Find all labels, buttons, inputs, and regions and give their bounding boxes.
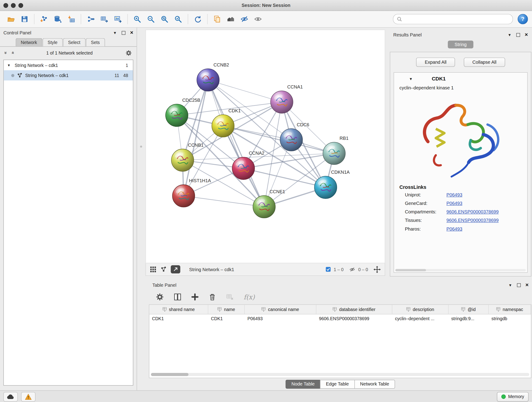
database-icon xyxy=(54,14,62,24)
birds-eye-view-button[interactable] xyxy=(171,265,180,274)
duplicate-pages-button[interactable] xyxy=(211,13,223,26)
node-label: HIST1H1A xyxy=(189,178,211,183)
network-node[interactable]: CCNB2 xyxy=(197,62,229,91)
column-header[interactable]: database identifier xyxy=(316,305,392,314)
network-overview-icon[interactable] xyxy=(161,266,167,273)
tab-node-table[interactable]: Node Table xyxy=(286,380,321,389)
network-collection-row[interactable]: ▼ String Network – cdk1 1 xyxy=(4,60,133,70)
tab-sets[interactable]: Sets xyxy=(86,38,105,46)
open-session-button[interactable] xyxy=(5,13,17,26)
show-columns-icon[interactable] xyxy=(173,293,182,301)
network-graph[interactable]: CCNB2CCNA1CDC25BCDK1CDC6RB1CCNB1CCNA2CDK… xyxy=(146,30,385,263)
collapse-all-button[interactable]: Collapse All xyxy=(464,57,505,67)
column-header[interactable]: @id xyxy=(449,305,489,314)
network-row[interactable]: String Network – cdk1 11 48 xyxy=(4,70,133,80)
zoom-fit-button[interactable] xyxy=(158,13,171,26)
export-image-button[interactable] xyxy=(112,13,124,26)
function-builder-button[interactable]: f(x) xyxy=(244,293,255,301)
column-header[interactable]: canonical name xyxy=(245,305,316,314)
zoom-out-button[interactable] xyxy=(145,13,157,26)
network-node[interactable]: CCNA1 xyxy=(271,84,303,113)
gene-card-header[interactable]: ▼ CDK1 xyxy=(394,73,527,84)
crosslink-row: Tissues: 9606.ENSP00000378699 xyxy=(394,216,527,225)
crosslink-row: GeneCard: P06493 xyxy=(394,199,527,208)
tree-caret-icon[interactable]: ▼ xyxy=(7,63,12,67)
column-header[interactable]: shared name xyxy=(149,305,208,314)
zoom-selected-button[interactable] xyxy=(172,13,184,26)
save-session-button[interactable] xyxy=(18,13,31,26)
delete-column-trash-icon[interactable] xyxy=(208,293,216,301)
graphics-details-button[interactable] xyxy=(238,13,251,26)
tab-network[interactable]: Network xyxy=(16,38,42,46)
float-panel-icon[interactable]: ▼ xyxy=(508,33,511,37)
table-horizontal-scrollbar[interactable] xyxy=(151,373,529,376)
export-table-button[interactable] xyxy=(98,13,110,26)
import-network-file-button[interactable] xyxy=(38,13,50,26)
column-header[interactable]: namespac xyxy=(489,305,531,314)
show-hide-button[interactable] xyxy=(252,13,264,26)
memory-status-dot xyxy=(501,395,506,399)
network-node[interactable]: RB1 xyxy=(323,136,348,165)
float-panel-icon[interactable]: ▼ xyxy=(508,283,512,287)
close-panel-icon[interactable]: × xyxy=(525,282,529,288)
node-label: CDC6 xyxy=(297,122,309,127)
toolbar-separator xyxy=(188,14,188,24)
splitter-handle[interactable] xyxy=(140,146,142,148)
tab-select[interactable]: Select xyxy=(63,38,85,46)
close-panel-icon[interactable]: × xyxy=(525,32,528,38)
float-panel-icon[interactable]: ▼ xyxy=(113,31,117,35)
network-node[interactable]: CDKN1A xyxy=(314,170,350,198)
results-panel: Results Panel ▼ × String Expand All xyxy=(390,30,531,276)
refresh-layout-button[interactable] xyxy=(191,13,204,26)
scrollbar-thumb[interactable] xyxy=(395,269,426,271)
results-scrollbar[interactable] xyxy=(395,269,526,271)
warnings-button[interactable] xyxy=(21,392,35,402)
gear-icon[interactable] xyxy=(125,50,132,56)
crosslink-link[interactable]: P06493 xyxy=(447,192,462,197)
network-canvas[interactable]: CCNB2CCNA1CDC25BCDK1CDC6RB1CCNB1CCNA2CDK… xyxy=(146,30,385,263)
tab-edge-table[interactable]: Edge Table xyxy=(320,380,355,389)
table-row[interactable]: CDK1 CDK1 P06493 9606.ENSP00000378699 cy… xyxy=(149,314,531,323)
crosslink-link[interactable]: P06493 xyxy=(447,226,462,231)
import-table-button[interactable] xyxy=(65,13,77,26)
table-settings-gear-icon[interactable] xyxy=(156,293,164,301)
network-selection-summary: 1 of 1 Network selected xyxy=(17,50,122,55)
help-button[interactable]: ? xyxy=(518,14,528,24)
grid-view-icon[interactable] xyxy=(150,266,157,273)
expand-all-icon[interactable]: » xyxy=(9,51,15,54)
crosslink-link[interactable]: 9606.ENSP00000378699 xyxy=(447,218,499,223)
import-network-database-button[interactable] xyxy=(51,13,64,26)
column-header[interactable]: description xyxy=(392,305,448,314)
search-input[interactable] xyxy=(404,16,509,22)
network-node[interactable]: CDK1 xyxy=(212,108,241,137)
network-node[interactable]: HIST1H1A xyxy=(172,178,211,207)
tab-network-table[interactable]: Network Table xyxy=(354,380,395,389)
eye-slash-icon xyxy=(240,14,249,24)
gene-symbol: CDK1 xyxy=(432,76,446,81)
crosslink-link[interactable]: P06493 xyxy=(447,201,462,206)
zoom-fit-icon xyxy=(161,14,169,24)
warning-icon xyxy=(25,394,32,400)
maximize-panel-icon[interactable] xyxy=(517,283,520,287)
add-column-icon[interactable] xyxy=(191,293,199,301)
memory-button[interactable]: Memory xyxy=(497,392,529,402)
network-status-bar: String Network – cdk1 1 – 0 0 – 0 xyxy=(146,263,385,276)
expand-all-button[interactable]: Expand All xyxy=(416,57,455,67)
tab-style[interactable]: Style xyxy=(42,38,63,46)
zoom-in-button[interactable] xyxy=(131,13,144,26)
maximize-panel-icon[interactable] xyxy=(516,33,520,37)
scrollbar-thumb[interactable] xyxy=(151,373,189,376)
home-view-button[interactable] xyxy=(225,13,237,26)
collapse-caret-icon[interactable]: ▼ xyxy=(409,77,413,81)
cloud-button[interactable] xyxy=(3,392,18,402)
collapse-all-icon[interactable]: » xyxy=(3,51,9,54)
network-from-selection-button[interactable] xyxy=(85,13,97,26)
pan-crosshair-icon[interactable] xyxy=(374,266,380,273)
column-header[interactable]: name xyxy=(208,305,245,314)
network-tree: ▼ String Network – cdk1 1 String Network… xyxy=(3,60,133,385)
crosslink-link[interactable]: 9606.ENSP00000378699 xyxy=(447,209,499,214)
network-node[interactable]: CCNB1 xyxy=(171,143,204,172)
maximize-panel-icon[interactable] xyxy=(122,31,125,35)
tab-string[interactable]: String xyxy=(448,41,473,48)
close-panel-icon[interactable]: × xyxy=(130,30,133,36)
